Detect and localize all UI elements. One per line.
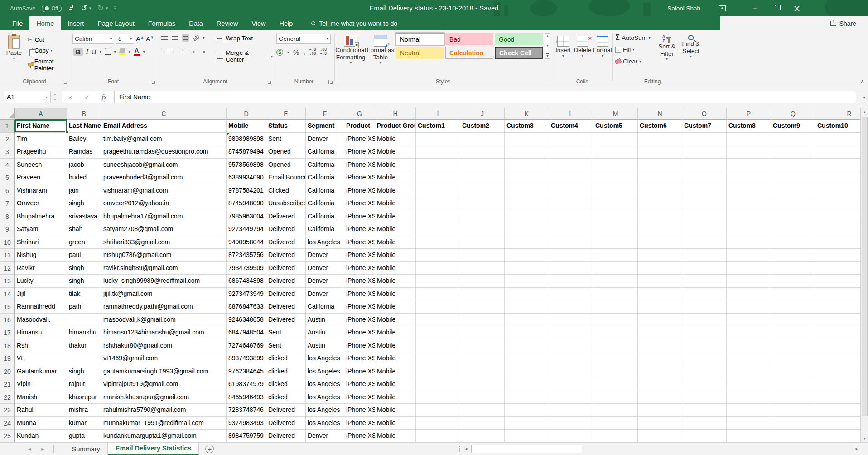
- cell-O9[interactable]: [682, 223, 727, 236]
- cell-I6[interactable]: [416, 184, 460, 198]
- cell-J13[interactable]: [460, 275, 505, 288]
- clipboard-dialog-launcher[interactable]: [63, 80, 67, 84]
- column-header-C[interactable]: C: [101, 108, 227, 120]
- cell-K1[interactable]: Custom3: [505, 120, 549, 133]
- cell-C3[interactable]: prageethu.ramdas@questionpro.com: [101, 145, 227, 159]
- cell-K10[interactable]: [505, 236, 549, 249]
- row-header-18[interactable]: 18: [0, 339, 15, 353]
- cell-J21[interactable]: [460, 378, 505, 391]
- cell-M20[interactable]: [593, 365, 638, 378]
- cell-H3[interactable]: Mobile: [375, 145, 416, 159]
- row-header-24[interactable]: 24: [0, 417, 15, 430]
- horizontal-scroll-thumb[interactable]: [471, 445, 582, 453]
- accounting-format-button[interactable]: $: [276, 49, 283, 56]
- cell-E12[interactable]: Delivered: [266, 262, 306, 275]
- cell-R3[interactable]: [815, 145, 860, 159]
- cell-J9[interactable]: [460, 223, 505, 236]
- cell-I16[interactable]: [416, 314, 460, 327]
- cell-F22[interactable]: los Angeles: [306, 391, 344, 404]
- cell-Q13[interactable]: [771, 275, 815, 288]
- fill-button[interactable]: ↓ Fill ▾: [615, 44, 634, 55]
- cell-N25[interactable]: [638, 430, 682, 442]
- cell-Q6[interactable]: [771, 184, 815, 198]
- underline-caret-icon[interactable]: ▾: [100, 50, 101, 54]
- cell-B11[interactable]: paul: [67, 249, 101, 262]
- cell-M24[interactable]: [593, 417, 638, 430]
- cell-C12[interactable]: ravikr.singh89@gmail.com: [101, 262, 227, 275]
- row-header-9[interactable]: 9: [0, 223, 15, 236]
- tell-me-box[interactable]: Tell me what you want to do: [311, 16, 397, 30]
- cell-D1[interactable]: Mobile: [227, 120, 266, 133]
- cell-I24[interactable]: [416, 417, 460, 430]
- cell-K3[interactable]: [505, 145, 549, 159]
- cell-Q17[interactable]: [771, 326, 815, 339]
- cell-R5[interactable]: [815, 171, 860, 184]
- ribbon-display-options-icon[interactable]: [719, 5, 726, 11]
- cell-M9[interactable]: [593, 223, 638, 236]
- cell-M18[interactable]: [593, 339, 638, 353]
- conditional-formatting-button[interactable]: ≠ Conditional Formatting ▾: [336, 32, 365, 74]
- cell-E11[interactable]: Delivered: [266, 249, 306, 262]
- cell-J22[interactable]: [460, 391, 505, 404]
- cell-G11[interactable]: iPhone XS: [344, 249, 375, 262]
- cell-E20[interactable]: clicked: [266, 365, 306, 378]
- cell-I25[interactable]: [416, 430, 460, 442]
- cell-J5[interactable]: [460, 171, 505, 184]
- cell-P11[interactable]: [727, 249, 771, 262]
- gallery-more-icon[interactable]: ▼: [546, 53, 549, 58]
- cell-H18[interactable]: Mobile: [375, 339, 416, 353]
- cell-F19[interactable]: los Angeles: [306, 352, 344, 365]
- cell-E6[interactable]: Clicked: [266, 184, 306, 198]
- bottom-align-button[interactable]: [182, 34, 189, 42]
- cell-G4[interactable]: iPhone XS: [344, 159, 375, 172]
- cell-H23[interactable]: Mobile: [375, 404, 416, 417]
- cell-C16[interactable]: masoodvali.k@gmail.com: [101, 314, 227, 327]
- cell-C11[interactable]: nishug0786@gmail.com: [101, 249, 227, 262]
- row-header-16[interactable]: 16: [0, 314, 15, 327]
- cell-O22[interactable]: [682, 391, 727, 404]
- cell-P17[interactable]: [727, 326, 771, 339]
- cell-N14[interactable]: [638, 288, 682, 301]
- cell-F4[interactable]: California: [306, 159, 344, 172]
- cell-G22[interactable]: iPhone XS: [344, 391, 375, 404]
- cell-N17[interactable]: [638, 326, 682, 339]
- cell-G1[interactable]: Product: [344, 120, 375, 133]
- cell-O3[interactable]: [682, 145, 727, 159]
- cell-J3[interactable]: [460, 145, 505, 159]
- cell-C20[interactable]: gautamkumarsingh.1993@gmail.com: [101, 365, 227, 378]
- cell-H19[interactable]: Mobile: [375, 352, 416, 365]
- wrap-text-button[interactable]: Wrap Text: [226, 35, 253, 42]
- orientation-button[interactable]: ab: [191, 33, 201, 43]
- cell-M21[interactable]: [593, 378, 638, 391]
- cell-O8[interactable]: [682, 210, 727, 223]
- cell-L18[interactable]: [549, 339, 593, 353]
- cell-I14[interactable]: [416, 288, 460, 301]
- row-header-4[interactable]: 4: [0, 159, 15, 172]
- cell-H24[interactable]: Mobile: [375, 417, 416, 430]
- cell-F5[interactable]: California: [306, 171, 344, 184]
- cell-I9[interactable]: [416, 223, 460, 236]
- undo-button[interactable]: ↺: [81, 5, 87, 12]
- column-header-D[interactable]: D: [227, 108, 266, 120]
- clear-button[interactable]: Clear ▾: [615, 56, 641, 67]
- row-header-2[interactable]: 2: [0, 133, 15, 146]
- cell-C5[interactable]: praveenhuded3@gmail.com: [101, 171, 227, 184]
- cell-style-good[interactable]: Good: [495, 33, 543, 45]
- cell-J12[interactable]: [460, 262, 505, 275]
- cell-Q11[interactable]: [771, 249, 815, 262]
- cell-C15[interactable]: ramnathreddy.pathi@gmail.com: [101, 300, 227, 314]
- cell-B19[interactable]: [67, 352, 101, 365]
- cell-P6[interactable]: [727, 184, 771, 198]
- cell-M16[interactable]: [593, 314, 638, 327]
- cell-A6[interactable]: Vishnaram: [15, 184, 67, 198]
- cell-H5[interactable]: Mobile: [375, 171, 416, 184]
- cell-N21[interactable]: [638, 378, 682, 391]
- cell-M19[interactable]: [593, 352, 638, 365]
- cell-C13[interactable]: lucky_singh99989@rediffmail.com: [101, 275, 227, 288]
- cell-O1[interactable]: Custom7: [682, 120, 727, 133]
- cell-F18[interactable]: Austin: [306, 339, 344, 353]
- font-family-select[interactable]: Calibri ▾: [72, 34, 114, 44]
- cell-I23[interactable]: [416, 404, 460, 417]
- cell-K15[interactable]: [505, 300, 549, 314]
- cell-L21[interactable]: [549, 378, 593, 391]
